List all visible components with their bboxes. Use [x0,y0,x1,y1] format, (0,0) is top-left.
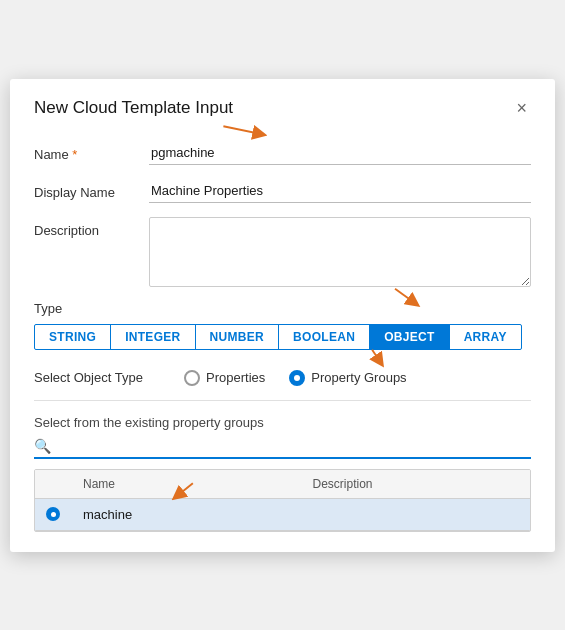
table-row[interactable]: machine [35,499,530,531]
radio-properties[interactable]: Properties [184,370,265,386]
row-description [144,506,168,522]
close-button[interactable]: × [512,97,531,119]
dialog: New Cloud Template Input × Name * Displa… [10,79,555,552]
type-btn-string[interactable]: STRING [34,324,111,350]
row-selected-indicator [46,507,60,521]
search-input[interactable] [55,438,531,453]
row-radio-icon [35,499,71,529]
radio-property-groups-label: Property Groups [311,370,406,385]
type-label: Type [34,301,531,316]
type-btn-array[interactable]: ARRAY [449,324,522,350]
required-indicator: * [72,147,77,162]
radio-property-groups[interactable]: Property Groups [289,370,406,386]
name-label: Name * [34,141,149,162]
select-object-label: Select Object Type [34,370,184,385]
name-row: Name * [34,141,531,165]
table-header-name: Name [71,470,301,498]
search-section: Select from the existing property groups… [34,415,531,459]
radio-properties-label: Properties [206,370,265,385]
table-header-icon [35,470,71,498]
description-input[interactable] [149,217,531,287]
description-row: Description [34,217,531,287]
table-header: Name Description [35,470,530,499]
display-name-label: Display Name [34,179,149,200]
property-groups-table: Name Description machine [34,469,531,532]
type-btn-number[interactable]: NUMBER [195,324,279,350]
type-section: Type STRING INTEGER NUMBER BOOLEAN OBJEC… [34,301,531,350]
name-input[interactable] [149,141,531,165]
dialog-header: New Cloud Template Input × [10,79,555,133]
search-info: Select from the existing property groups [34,415,531,430]
search-input-wrap: 🔍 [34,438,531,459]
radio-properties-circle [184,370,200,386]
dialog-title: New Cloud Template Input [34,98,233,118]
table-header-description: Description [301,470,531,498]
type-btn-boolean[interactable]: BOOLEAN [278,324,370,350]
search-icon: 🔍 [34,438,51,454]
description-label: Description [34,217,149,238]
display-name-input[interactable] [149,179,531,203]
section-divider [34,400,531,401]
row-name: machine [71,499,144,530]
select-object-row: Select Object Type Properties Property G… [34,364,531,386]
type-btn-integer[interactable]: INTEGER [110,324,195,350]
radio-property-groups-circle [289,370,305,386]
radio-group: Properties Property Groups [184,370,407,386]
type-btn-object[interactable]: OBJECT [369,324,449,350]
display-name-row: Display Name [34,179,531,203]
dialog-body: Name * Display Name Description Type STR… [10,133,555,552]
type-buttons-group: STRING INTEGER NUMBER BOOLEAN OBJECT ARR… [34,324,531,350]
